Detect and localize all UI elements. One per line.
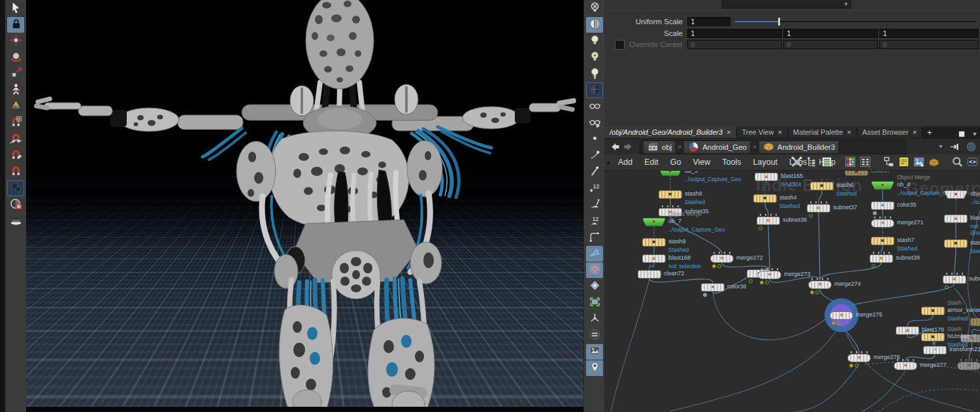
prim-hooks-toggle[interactable] xyxy=(586,230,603,245)
tab-close-icon[interactable]: × xyxy=(777,129,781,135)
uniform-scale-field[interactable]: 1 xyxy=(687,17,730,26)
display-objects-toggle[interactable] xyxy=(586,115,603,131)
rotate-tool[interactable] xyxy=(7,50,24,65)
node-stash10[interactable]: ■stash10Stashed xyxy=(944,239,968,248)
palette-button[interactable] xyxy=(843,155,857,168)
forward-arrow-icon[interactable] xyxy=(621,141,634,154)
tab-close-icon[interactable]: × xyxy=(847,129,851,135)
select-tool[interactable] xyxy=(7,1,24,16)
scale-z-field[interactable]: 1 xyxy=(879,29,979,38)
android-3d-model[interactable] xyxy=(26,0,583,412)
new-tab-button[interactable]: + xyxy=(923,126,937,138)
smooth-shaded-toggle[interactable] xyxy=(586,82,603,98)
node-stash_r[interactable]: ■ xyxy=(970,318,980,326)
node-subnet37[interactable]: ■subnet37 xyxy=(807,204,830,213)
node-ob_7[interactable]: ●ob_7Object Merge../output_Capture_Geo xyxy=(642,218,666,226)
node-transform233[interactable]: +transform233 xyxy=(923,346,947,354)
node-merge277[interactable]: ∗merge277 xyxy=(894,362,917,370)
scale-x-field[interactable]: 1 xyxy=(687,29,782,38)
scale-tool[interactable] xyxy=(7,66,24,82)
slider-handle[interactable] xyxy=(778,18,780,26)
back-arrow-icon[interactable] xyxy=(608,141,621,154)
node-merge273[interactable]: ∗merge273! xyxy=(758,271,781,279)
dotsgrid-button[interactable] xyxy=(858,155,872,168)
gears-options[interactable] xyxy=(7,180,24,196)
node-merge271[interactable]: ∗merge271 xyxy=(871,219,894,228)
normal-lighting-toggle[interactable] xyxy=(586,33,603,49)
display-lod-tool[interactable] xyxy=(7,99,24,114)
secure-selection-toggle[interactable] xyxy=(7,17,24,33)
node-blast168[interactable]: ▲blast168not: selection xyxy=(642,254,666,263)
node-armor_variant_1[interactable]: ■armor_variant_1StashStashed xyxy=(921,307,945,315)
node-ob_3[interactable]: ●ob_3../output_Capture_Geo xyxy=(659,170,682,176)
pin-icon[interactable] xyxy=(948,140,961,153)
wrench-button[interactable] xyxy=(790,155,803,168)
node-color35[interactable]: ●color35 xyxy=(871,201,894,210)
breadcrumb-item-android_builder3[interactable]: Android_Builder3 xyxy=(759,141,839,154)
pane-tab-1[interactable]: Tree View× xyxy=(737,126,788,138)
no-lighting-toggle[interactable] xyxy=(586,1,603,16)
listlines-button[interactable] xyxy=(820,155,833,168)
path-dropdown-icon[interactable] xyxy=(937,140,945,153)
menu-go[interactable]: Go xyxy=(664,158,687,167)
magnify-button[interactable] xyxy=(951,155,964,168)
menu-view[interactable]: View xyxy=(687,158,716,167)
prim-numbers-toggle[interactable]: 12 xyxy=(586,213,603,229)
node-merge274[interactable]: ∗merge274! xyxy=(808,281,832,289)
origin-axis-toggle[interactable] xyxy=(586,311,603,327)
tab-close-icon[interactable]: × xyxy=(913,129,917,135)
node-me[interactable]: ∗me xyxy=(957,362,980,370)
headlight-toggle[interactable] xyxy=(586,17,603,33)
shadow-lighting-toggle[interactable] xyxy=(586,66,603,82)
snap-grid-toggle[interactable] xyxy=(7,115,24,131)
background-image-toggle[interactable] xyxy=(586,344,603,360)
node-subnet40[interactable]: ■subnet40 xyxy=(943,275,966,284)
point-numbers-toggle[interactable]: 12 xyxy=(586,180,603,196)
snap-curve-toggle[interactable] xyxy=(7,131,24,147)
node-blast178[interactable]: ▲blast178sele xyxy=(896,326,919,335)
camera-locator-toggle[interactable] xyxy=(586,360,603,376)
node-NUmber_7[interactable]: ■NUmber_7StashStashed xyxy=(921,333,945,341)
render-dome-tool[interactable] xyxy=(7,213,24,229)
translate-tool[interactable] xyxy=(7,33,24,49)
treelist-button[interactable] xyxy=(805,155,818,168)
nodeboxes-button[interactable] xyxy=(882,155,895,168)
node-merge272[interactable]: ∗merge272! xyxy=(710,254,734,263)
parameter-dropdown[interactable]: ▼ xyxy=(722,0,851,9)
sticky-button[interactable] xyxy=(897,155,910,168)
breadcrumb-item-android_geo[interactable]: Android_Geo xyxy=(683,141,751,154)
node-subnet38[interactable]: ■subnet38 xyxy=(870,254,893,263)
node-blast165[interactable]: ▲blast1650-54304 xyxy=(755,173,778,181)
display-materials-toggle[interactable] xyxy=(586,279,603,294)
group-overlay-toggle[interactable] xyxy=(586,295,603,311)
point-trail-toggle[interactable] xyxy=(586,148,603,163)
pose-tool[interactable] xyxy=(7,82,24,98)
prim-normals-toggle[interactable] xyxy=(586,197,603,213)
menu-add[interactable]: Add xyxy=(612,158,638,167)
node-stash7[interactable]: ■stash7Stashed xyxy=(871,237,894,245)
pane-tab-2[interactable]: Material Palette× xyxy=(788,126,857,138)
view-tool[interactable] xyxy=(7,197,24,213)
hq-lighting-toggle[interactable] xyxy=(586,50,603,65)
scene-viewport[interactable] xyxy=(26,0,583,412)
ghost-objects-toggle[interactable] xyxy=(586,99,603,114)
node-merge276[interactable]: ∗merge276! xyxy=(847,354,871,362)
snap-toggle[interactable] xyxy=(7,164,24,180)
show-points-toggle[interactable] xyxy=(586,131,603,147)
node-clean72[interactable]: ∕clean72 xyxy=(638,270,661,279)
menu-layout[interactable]: Layout xyxy=(747,158,784,167)
menubar-expander-icon[interactable]: ▲ xyxy=(606,160,612,165)
node-object_merge344[interactable]: ●object_merge344../output_Capture_Geo xyxy=(944,190,968,199)
pane-tab-0[interactable]: /obj/Android_Geo/Android_Builder3× xyxy=(604,126,737,138)
point-normals-toggle[interactable] xyxy=(586,164,603,180)
node-stash9[interactable]: ■stash9Stashed xyxy=(642,238,666,247)
node-blast_r[interactable]: ▲ xyxy=(960,334,980,343)
node-ob_4[interactable]: ●ob_4Object Merge../output_Capture_Geo xyxy=(871,181,894,190)
shade-open-curves-toggle[interactable] xyxy=(586,246,603,262)
node-color37[interactable]: ■color37 xyxy=(845,170,868,176)
node-merge275[interactable]: ∗merge275! xyxy=(830,311,853,320)
menu-tools[interactable]: Tools xyxy=(716,158,747,167)
node-stash4[interactable]: ■stash4Stashed xyxy=(753,194,777,203)
display-textures-toggle[interactable] xyxy=(586,262,603,278)
sprite-display-toggle[interactable] xyxy=(586,328,603,343)
